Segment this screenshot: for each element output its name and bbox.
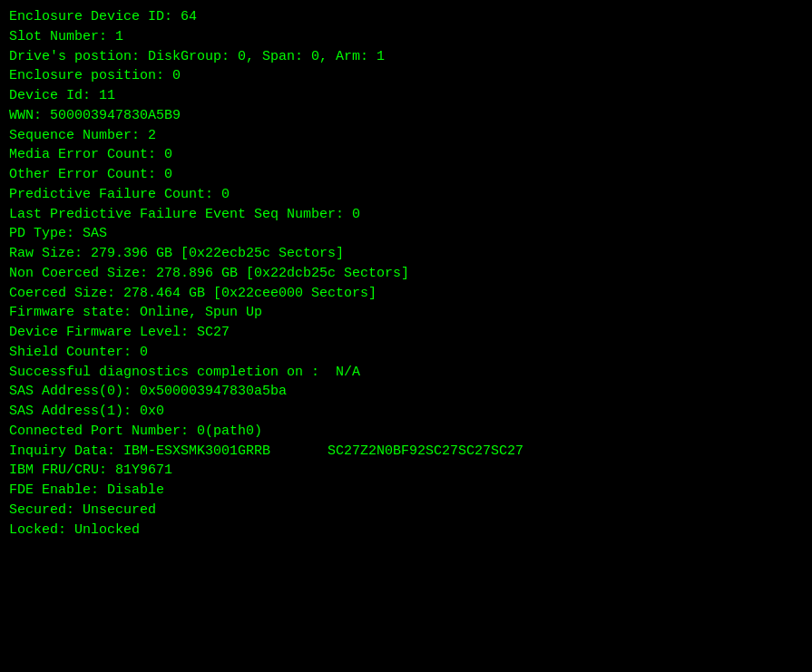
terminal-line: Predictive Failure Count: 0: [9, 185, 803, 205]
terminal-line: PD Type: SAS: [9, 224, 803, 244]
terminal-line: Slot Number: 1: [9, 27, 803, 47]
terminal-output: Enclosure Device ID: 64Slot Number: 1Dri…: [9, 7, 803, 540]
terminal-line: Shield Counter: 0: [9, 343, 803, 363]
terminal-line: Drive's postion: DiskGroup: 0, Span: 0, …: [9, 47, 803, 67]
terminal-line: Media Error Count: 0: [9, 145, 803, 165]
terminal-line: Sequence Number: 2: [9, 126, 803, 146]
terminal-line: SAS Address(0): 0x500003947830a5ba: [9, 382, 803, 402]
terminal-line: Device Firmware Level: SC27: [9, 323, 803, 343]
terminal-line: Raw Size: 279.396 GB [0x22ecb25c Sectors…: [9, 244, 803, 264]
terminal-line: SAS Address(1): 0x0: [9, 402, 803, 422]
terminal-line: FDE Enable: Disable: [9, 481, 803, 501]
terminal-line: Non Coerced Size: 278.896 GB [0x22dcb25c…: [9, 264, 803, 284]
terminal-line: Other Error Count: 0: [9, 165, 803, 185]
terminal-line: Enclosure Device ID: 64: [9, 7, 803, 27]
terminal-line: Firmware state: Online, Spun Up: [9, 303, 803, 323]
terminal-line: Successful diagnostics completion on : N…: [9, 363, 803, 383]
terminal-line: Coerced Size: 278.464 GB [0x22cee000 Sec…: [9, 284, 803, 304]
terminal-line: Device Id: 11: [9, 86, 803, 106]
terminal-line: Secured: Unsecured: [9, 501, 803, 521]
terminal-line: WWN: 500003947830A5B9: [9, 106, 803, 126]
terminal-line: Connected Port Number: 0(path0): [9, 422, 803, 442]
terminal-line: Last Predictive Failure Event Seq Number…: [9, 205, 803, 225]
terminal-line: Inquiry Data: IBM-ESXSMK3001GRRB SC27Z2N…: [9, 442, 803, 462]
terminal-line: IBM FRU/CRU: 81Y9671: [9, 461, 803, 481]
terminal-line: Enclosure position: 0: [9, 66, 803, 86]
terminal-line: Locked: Unlocked: [9, 521, 803, 541]
